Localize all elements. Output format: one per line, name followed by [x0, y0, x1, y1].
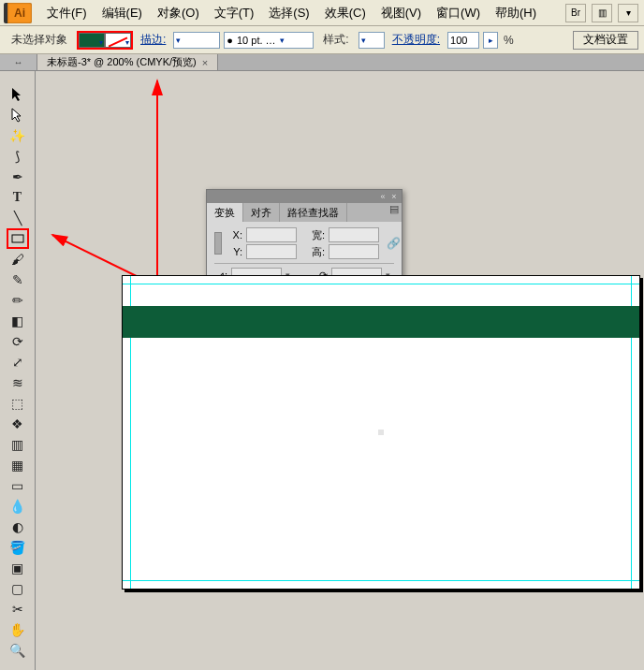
rectangle-tool[interactable]: [7, 228, 29, 249]
symbol-sprayer-tool[interactable]: ❖: [7, 414, 29, 434]
live-paint-selection-tool[interactable]: ▣: [7, 558, 29, 578]
fill-stroke-swatches: ▾ ▾: [77, 31, 133, 50]
pen-tool[interactable]: ✒: [7, 167, 29, 187]
blob-brush-tool[interactable]: ✏: [7, 290, 29, 311]
slice-tool[interactable]: ✂: [7, 599, 29, 619]
svg-rect-0: [12, 235, 23, 242]
workspace: ✨ ⟆ ✒ T ╲ 🖌 ✎ ✏ ◧ ⟳ ⤢ ≋ ⬚ ❖ ▥ ▦ ▭ 💧 ◐ 🪣 …: [0, 71, 644, 670]
style-label: 样式:: [317, 32, 354, 48]
workspace-button[interactable]: ▾: [618, 4, 638, 22]
tab-bar-handle[interactable]: ↔: [0, 54, 37, 70]
style-picker[interactable]: ▾: [359, 32, 385, 49]
menu-effect[interactable]: 效果(C): [317, 5, 373, 22]
stroke-weight-picker[interactable]: ▾: [173, 32, 220, 49]
panel-tabs: 变换 对齐 路径查找器 ▤: [207, 203, 402, 222]
menu-type[interactable]: 文字(T): [207, 5, 262, 22]
y-label: Y:: [229, 246, 242, 257]
width-input[interactable]: [329, 227, 379, 242]
rotate-tool[interactable]: ⟳: [7, 331, 29, 352]
height-input[interactable]: [329, 244, 379, 259]
magic-wand-tool[interactable]: ✨: [7, 125, 29, 146]
menu-select[interactable]: 选择(S): [261, 5, 316, 22]
document-tab-close-icon[interactable]: ×: [202, 57, 208, 68]
menu-file[interactable]: 文件(F): [39, 5, 95, 22]
app-logo: Ai: [4, 3, 32, 23]
guide-horizontal-bottom: [123, 580, 639, 581]
panel-tab-transform[interactable]: 变换: [207, 203, 243, 222]
panel-collapse-icon[interactable]: «: [378, 192, 388, 201]
type-tool[interactable]: T: [7, 187, 29, 208]
paintbrush-tool[interactable]: 🖌: [7, 249, 29, 269]
stroke-swatch[interactable]: ▾: [105, 33, 131, 48]
scale-tool[interactable]: ⤢: [7, 352, 29, 372]
graph-tool[interactable]: ▥: [7, 434, 29, 455]
panel-tab-align[interactable]: 对齐: [243, 203, 280, 222]
opacity-input[interactable]: [447, 32, 479, 49]
x-input[interactable]: [246, 227, 297, 242]
fill-swatch[interactable]: ▾: [79, 33, 105, 48]
arrange-button[interactable]: ▥: [592, 4, 612, 22]
eyedropper-tool[interactable]: 💧: [7, 496, 29, 517]
direct-selection-tool[interactable]: [7, 105, 29, 125]
brush-value: 10 pt. …: [237, 35, 276, 46]
brush-picker[interactable]: ● 10 pt. … ▾: [224, 32, 314, 49]
bridge-button[interactable]: Br: [565, 4, 586, 22]
line-tool[interactable]: ╲: [7, 208, 29, 228]
selection-tool[interactable]: [7, 84, 29, 105]
y-input[interactable]: [246, 244, 297, 259]
zoom-tool[interactable]: 🔍: [7, 640, 29, 661]
opacity-label[interactable]: 不透明度:: [388, 32, 444, 48]
opacity-stepper[interactable]: ▸: [483, 32, 498, 49]
brush-dot-icon: ●: [227, 35, 233, 46]
menu-object[interactable]: 对象(O): [150, 5, 207, 22]
options-bar: 未选择对象 ▾ ▾ 描边: ▾ ● 10 pt. … ▾ 样式: ▾ 不透明度:…: [0, 26, 644, 54]
panel-menu-icon[interactable]: ▤: [387, 203, 402, 222]
canvas-area[interactable]: « × 变换 对齐 路径查找器 ▤ X:: [36, 71, 644, 670]
menubar-right: Br ▥ ▾: [565, 4, 644, 22]
menubar: Ai 文件(F) 编辑(E) 对象(O) 文字(T) 选择(S) 效果(C) 视…: [0, 0, 644, 26]
menu-view[interactable]: 视图(V): [373, 5, 429, 22]
menu-edit[interactable]: 编辑(E): [95, 5, 150, 22]
menu-help[interactable]: 帮助(H): [488, 5, 544, 22]
tools-panel: ✨ ⟆ ✒ T ╲ 🖌 ✎ ✏ ◧ ⟳ ⤢ ≋ ⬚ ❖ ▥ ▦ ▭ 💧 ◐ 🪣 …: [0, 71, 36, 670]
panel-close-icon[interactable]: ×: [389, 192, 399, 201]
pencil-tool[interactable]: ✎: [7, 269, 29, 290]
artboard-surface[interactable]: [122, 275, 640, 590]
hand-tool[interactable]: ✋: [7, 619, 29, 640]
document-setup-button[interactable]: 文档设置: [573, 31, 638, 50]
eraser-tool[interactable]: ◧: [7, 311, 29, 331]
green-rectangle-shape[interactable]: [123, 306, 639, 338]
free-transform-tool[interactable]: ⬚: [7, 393, 29, 414]
warp-tool[interactable]: ≋: [7, 372, 29, 393]
document-tab[interactable]: 未标题-3* @ 200% (CMYK/预览) ×: [37, 54, 218, 70]
panel-titlebar[interactable]: « ×: [207, 190, 402, 203]
live-paint-tool[interactable]: 🪣: [7, 537, 29, 558]
blend-tool[interactable]: ◐: [7, 517, 29, 537]
artboard-tool[interactable]: ▢: [7, 578, 29, 599]
no-selection-label: 未选择对象: [6, 32, 73, 48]
link-icon[interactable]: 🔗: [387, 237, 401, 250]
guide-horizontal-top: [123, 284, 639, 284]
width-label: 宽:: [306, 228, 325, 242]
lasso-tool[interactable]: ⟆: [7, 146, 29, 167]
document-tab-title: 未标题-3* @ 200% (CMYK/预览): [47, 55, 197, 69]
mesh-tool[interactable]: ▦: [7, 455, 29, 475]
x-label: X:: [229, 229, 242, 240]
gradient-tool[interactable]: ▭: [7, 475, 29, 496]
document-tab-bar: ↔ 未标题-3* @ 200% (CMYK/预览) ×: [0, 54, 644, 71]
artboard-center-mark: [378, 430, 384, 435]
panel-tab-pathfinder[interactable]: 路径查找器: [280, 203, 347, 222]
opacity-unit: %: [502, 34, 516, 47]
height-label: 高:: [306, 245, 325, 259]
stroke-label[interactable]: 描边:: [137, 32, 169, 48]
reference-point-selector[interactable]: [214, 232, 222, 255]
menu-window[interactable]: 窗口(W): [429, 5, 488, 22]
artboard[interactable]: [122, 275, 640, 590]
